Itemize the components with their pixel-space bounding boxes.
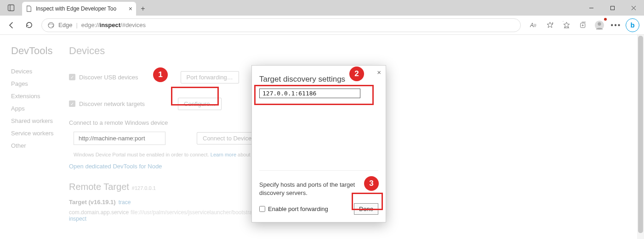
host-list-area <box>259 98 378 171</box>
toolbar-right: A)) ••• b <box>525 17 640 33</box>
devtools-title: DevTools <box>11 45 69 57</box>
checkbox-usb[interactable]: ✓ <box>69 74 75 80</box>
devices-heading: Devices <box>69 45 644 57</box>
annotation-1: 1 <box>153 67 168 82</box>
sidebar-item-service-workers[interactable]: Service workers <box>11 127 69 139</box>
enable-port-forwarding[interactable]: Enable port forwarding <box>259 206 328 212</box>
collections-icon[interactable] <box>575 17 591 33</box>
annotation-3: 3 <box>364 176 379 191</box>
connect-device-button[interactable]: Connect to Device <box>197 132 257 145</box>
tab-close-icon[interactable]: × <box>129 5 132 12</box>
remote-target-ip: #127.0.0.1 <box>132 185 156 191</box>
read-aloud-icon[interactable]: A)) <box>525 17 541 33</box>
label-network: Discover network targets <box>79 100 145 107</box>
new-tab-button[interactable]: + <box>136 2 150 16</box>
favorites-bar-icon[interactable] <box>559 17 574 33</box>
url-text: edge://inspect/#devices <box>81 22 146 28</box>
trace-link[interactable]: trace <box>119 199 131 206</box>
back-button[interactable] <box>4 17 19 33</box>
edge-label: Edge <box>58 22 72 28</box>
more-icon[interactable]: ••• <box>608 17 624 33</box>
browser-toolbar: Edge | edge://inspect/#devices A)) ••• b <box>0 16 644 35</box>
svg-rect-3 <box>610 6 614 10</box>
refresh-button[interactable] <box>21 17 37 33</box>
checkbox-network[interactable]: ✓ <box>69 100 75 107</box>
highlight-host-input <box>254 85 374 105</box>
sidebar-item-other[interactable]: Other <box>11 139 69 152</box>
dialog-close-icon[interactable]: × <box>377 68 381 76</box>
svg-point-6 <box>48 22 54 28</box>
browser-tab[interactable]: Inspect with Edge Developer Too × <box>22 2 136 16</box>
sidebar-item-shared-workers[interactable]: Shared workers <box>11 115 69 127</box>
scrollbar-thumb[interactable] <box>638 36 643 233</box>
sidebar-item-pages[interactable]: Pages <box>11 78 69 90</box>
minimize-button[interactable] <box>581 0 602 16</box>
bing-button[interactable]: b <box>625 17 640 33</box>
devtools-sidebar: DevTools Devices Pages Extensions Apps S… <box>0 35 69 239</box>
favorite-icon[interactable] <box>542 17 558 33</box>
svg-rect-0 <box>8 5 14 11</box>
tab-title: Inspect with Edge Developer Too <box>36 6 116 12</box>
label-usb: Discover USB devices <box>79 74 138 81</box>
window-titlebar: Inspect with Edge Developer Too × + <box>0 0 644 16</box>
enable-pf-checkbox[interactable] <box>259 206 265 212</box>
highlight-done <box>352 193 383 210</box>
sidebar-item-apps[interactable]: Apps <box>11 102 69 115</box>
address-bar[interactable]: Edge | edge://inspect/#devices <box>41 18 521 32</box>
remote-device-input[interactable] <box>74 132 165 145</box>
window-controls <box>581 0 644 16</box>
learn-more-link[interactable]: Learn more <box>211 152 236 157</box>
page-icon <box>26 6 32 12</box>
sidebar-item-devices[interactable]: Devices <box>11 65 69 78</box>
sidebar-item-extensions[interactable]: Extensions <box>11 90 69 102</box>
window-close-button[interactable] <box>623 0 644 16</box>
svg-point-16 <box>598 22 601 25</box>
highlight-configure <box>171 87 219 106</box>
profile-avatar[interactable] <box>592 17 607 33</box>
tab-actions-icon[interactable] <box>0 0 22 16</box>
maximize-button[interactable] <box>602 0 623 16</box>
port-forwarding-button[interactable]: Port forwarding… <box>181 71 239 83</box>
annotation-2: 2 <box>349 67 364 81</box>
edge-icon <box>47 22 55 29</box>
